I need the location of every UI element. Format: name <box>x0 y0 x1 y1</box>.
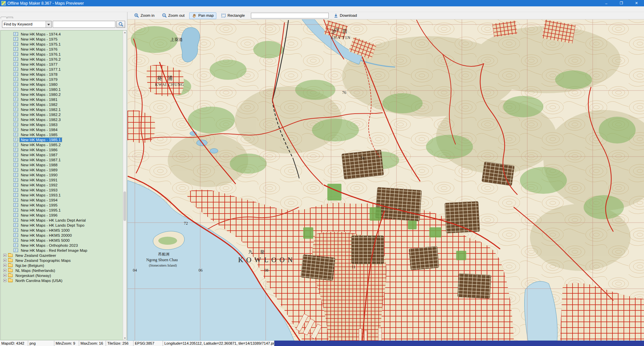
tree-item[interactable]: New HK Maps - 1980.2 <box>1 92 126 97</box>
tree-item[interactable]: New HK Maps - 1984 <box>1 127 126 132</box>
expand-plus-icon[interactable] <box>3 264 6 267</box>
tree-item[interactable]: New HK Maps - 1982.2 <box>1 112 126 117</box>
tree-item[interactable]: New HK Maps - 1982.3 <box>1 117 126 122</box>
tree-item[interactable]: North Carolina Maps (USA) <box>1 278 126 283</box>
tree-item[interactable]: New HK Maps - 1995 <box>1 203 126 208</box>
menu-item[interactable] <box>23 9 28 9</box>
tree-item[interactable]: New HK Maps - 1994 <box>1 197 126 203</box>
tree-item[interactable]: New HK Maps - 1976.1 <box>1 52 126 57</box>
tree-item-label: New HK Maps - 1986 <box>20 148 58 152</box>
tree-item[interactable]: New HK Maps - 1982 <box>1 102 126 107</box>
pan-hand-icon <box>192 13 197 18</box>
grid-label-74: 74 <box>360 156 364 161</box>
pan-map-button[interactable]: Pan map <box>189 12 216 19</box>
tree-item[interactable]: New HK Maps - Red Relief Image Map <box>1 248 126 253</box>
tree-item[interactable]: New HK Maps - 1982.1 <box>1 107 126 112</box>
tree-item[interactable]: New HK Maps - 1975 <box>1 37 126 42</box>
find-mode-dropdown[interactable]: Find by Keyword <box>2 21 52 28</box>
tree-item[interactable]: New HK Maps - 1986 <box>1 147 126 152</box>
tree-item[interactable]: New HK Maps - 1993.1 <box>1 192 126 197</box>
tree-item-label: NL Maps (Netherlands) <box>14 269 56 273</box>
tree-item[interactable]: New HK Maps - Orthophoto 2023 <box>1 243 126 248</box>
tree-item[interactable]: New HK Maps - 1996 <box>1 213 126 218</box>
expand-plus-icon[interactable] <box>3 254 6 257</box>
expand-plus-icon[interactable] <box>3 269 6 272</box>
expand-plus-icon[interactable] <box>3 259 6 262</box>
menu-item[interactable] <box>5 9 9 9</box>
tree-item[interactable]: New HK Maps - 1991 <box>1 177 126 182</box>
tree-item[interactable]: New HK Maps - 1987.1 <box>1 157 126 162</box>
tree-item[interactable]: New HK Maps - HKMS 20000 <box>1 233 126 238</box>
tree-item[interactable]: New Zealand Topographic Maps <box>1 258 126 263</box>
menu-item[interactable] <box>14 9 19 9</box>
tree-item[interactable]: New HK Maps - HKMS 1000 <box>1 228 126 233</box>
expand-plus-icon[interactable] <box>3 274 6 277</box>
tree-item[interactable]: New HK Maps - 1977.1 <box>1 67 126 72</box>
tree-item[interactable]: New HK Maps - 1974.4 <box>1 32 126 37</box>
tree-item-label: New HK Maps - Red Relief Image Map <box>20 248 88 252</box>
chevron-down-icon[interactable] <box>46 21 51 27</box>
tree-scrollbar-thumb[interactable] <box>123 191 126 221</box>
tree-item[interactable]: New HK Maps - 1992 <box>1 182 126 187</box>
search-button[interactable] <box>116 21 125 28</box>
map-canvas[interactable]: 上葵涌 葵 涌 KWAI CHUNG 沙 田 SHA TIN 九 龍 KOWLO… <box>127 19 644 341</box>
rectangle-button[interactable]: Rectangle <box>218 12 248 19</box>
expand-plus-icon[interactable] <box>3 279 6 282</box>
coordinates-input[interactable] <box>251 13 329 18</box>
tree-item[interactable]: New HK Maps - 1980.1 <box>1 87 126 92</box>
tree-item[interactable]: Norgeskart (Norway) <box>1 273 126 278</box>
menu-item[interactable] <box>0 9 5 9</box>
tree-item[interactable]: New HK Maps - 1993 <box>1 187 126 192</box>
menu-item[interactable] <box>19 9 23 9</box>
tree-item-icon <box>13 178 18 182</box>
map-view[interactable]: 上葵涌 葵 涌 KWAI CHUNG 沙 田 SHA TIN 九 龍 KOWLO… <box>127 19 644 341</box>
tree-item[interactable]: New HK Maps - 1981 <box>1 97 126 102</box>
menu-item[interactable] <box>9 9 14 9</box>
tree-item-icon <box>13 183 18 187</box>
tree-item-icon <box>8 259 13 262</box>
tree-item-label: New HK Maps - 1989 <box>20 168 58 172</box>
tree-item[interactable]: New HK Maps - 1987 <box>1 152 126 157</box>
tree-item[interactable]: New HK Maps - 1985 <box>1 132 126 137</box>
tree-item[interactable]: New HK Maps - 1980 <box>1 82 126 87</box>
tree-item[interactable]: New HK Maps - 1983 <box>1 122 126 127</box>
tree-item[interactable]: New HK Maps - 1989 <box>1 167 126 172</box>
tree-item[interactable]: New HK Maps - 1985.1 <box>1 137 126 142</box>
tree-item[interactable]: New HK Maps - 1990 <box>1 172 126 177</box>
tree-item-icon <box>13 77 18 81</box>
tree-item-label: New HK Maps - 1994 <box>20 198 58 202</box>
status-format: png <box>28 341 54 346</box>
tree-item[interactable]: New Zealand Gazetteer <box>1 253 126 258</box>
tree-item-label: New HK Maps - 1980 <box>20 82 58 86</box>
tree-item[interactable]: New HK Maps - 1976 <box>1 47 126 52</box>
tree-item[interactable]: New HK Maps - 1988 <box>1 162 126 167</box>
tree-item[interactable]: New HK Maps - 1979 <box>1 77 126 82</box>
grid-label-08: 08 <box>264 268 268 273</box>
tree-item-label: New HK Maps - 1983 <box>20 123 58 127</box>
minimize-button[interactable]: – <box>599 0 614 6</box>
status-max-zoom: MaxZoom: 16 <box>79 341 106 346</box>
download-button[interactable]: Download <box>331 12 360 19</box>
search-input[interactable] <box>53 21 115 28</box>
zoom-out-button[interactable]: Zoom out <box>159 12 187 19</box>
tree-item[interactable]: New HK Maps - 1985.2 <box>1 142 126 147</box>
tree-item[interactable]: New HK Maps - HKMS 5000 <box>1 238 126 243</box>
tree-item[interactable]: New HK Maps - 1995.1 <box>1 208 126 213</box>
tree-item[interactable]: New HK Maps - 1977 <box>1 62 126 67</box>
tree-item[interactable]: New HK Maps - HK Lands Dept Aerial <box>1 218 126 223</box>
tree-item[interactable]: Ngi.be (Belgium) <box>1 263 126 268</box>
tree-item-icon <box>13 243 18 247</box>
tree-item[interactable]: New HK Maps - 1978 <box>1 72 126 77</box>
zoom-in-button[interactable]: Zoom in <box>131 12 157 19</box>
tree-item[interactable]: New HK Maps - 1975.1 <box>1 42 126 47</box>
maximize-button[interactable]: ❐ <box>614 0 629 6</box>
tree-item-label: New HK Maps - 1992 <box>20 183 58 187</box>
tree-item[interactable]: New HK Maps - HK Lands Dept Topo <box>1 223 126 228</box>
tree-item[interactable]: New HK Maps - 1976.2 <box>1 57 126 62</box>
tree-item[interactable]: NL Maps (Netherlands) <box>1 268 126 273</box>
title-bar[interactable]: Offline Map Maker 8.367 - Maps Previewer… <box>0 0 644 6</box>
close-button[interactable]: ✕ <box>629 0 644 6</box>
tree-scrollbar[interactable] <box>123 31 126 340</box>
search-icon <box>118 22 123 27</box>
sidebar-tab[interactable] <box>1 17 7 18</box>
